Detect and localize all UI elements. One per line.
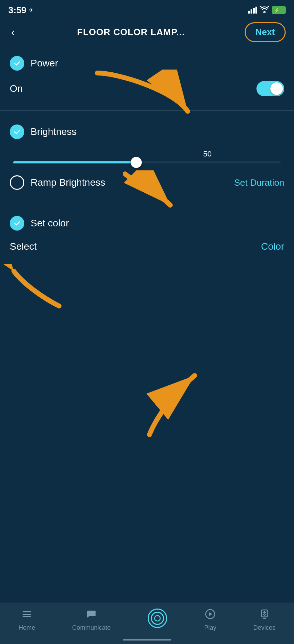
- header: ‹ FLOOR COLOR LAMP... Next: [0, 19, 294, 49]
- power-label: Power: [31, 58, 58, 69]
- ramp-brightness-label: Ramp Brightness: [31, 177, 228, 188]
- nav-item-play[interactable]: Play: [204, 609, 216, 631]
- nav-items: Home Communicate: [0, 609, 294, 631]
- play-label: Play: [204, 624, 216, 631]
- color-button[interactable]: Color: [261, 241, 284, 252]
- power-toggle-label: On: [10, 83, 23, 94]
- bottom-nav: Home Communicate: [0, 603, 294, 644]
- wifi-icon: [260, 6, 269, 15]
- svg-rect-5: [23, 614, 31, 615]
- toggle-knob: [270, 82, 283, 95]
- brightness-check-icon: [10, 124, 24, 139]
- divider-2: [0, 202, 294, 202]
- brightness-slider-container: 50: [10, 146, 284, 170]
- power-toggle-row: On: [10, 78, 284, 103]
- divider-1: [0, 110, 294, 111]
- slider-value: 50: [131, 150, 284, 159]
- ramp-brightness-row: Ramp Brightness Set Duration: [10, 170, 284, 195]
- alexa-icon: [148, 609, 167, 628]
- signal-icon: [248, 7, 257, 14]
- status-bar: 3:59 ✈ ⚡: [0, 0, 294, 19]
- brightness-section-header: Brightness: [10, 124, 284, 139]
- svg-rect-4: [23, 611, 31, 612]
- nav-item-communicate[interactable]: Communicate: [72, 609, 111, 631]
- location-icon: ✈: [28, 6, 34, 14]
- devices-label: Devices: [253, 624, 276, 631]
- slider-fill: [13, 161, 136, 163]
- communicate-label: Communicate: [72, 624, 111, 631]
- status-icons: ⚡: [248, 6, 286, 15]
- nav-item-alexa[interactable]: [148, 609, 167, 628]
- svg-point-7: [155, 615, 160, 621]
- power-toggle[interactable]: [256, 81, 284, 96]
- devices-icon: [259, 609, 270, 622]
- nav-item-devices[interactable]: Devices: [253, 609, 276, 631]
- home-indicator: [123, 639, 171, 641]
- power-check-icon: [10, 56, 24, 71]
- brightness-label: Brightness: [31, 126, 76, 137]
- play-icon: [205, 609, 216, 622]
- brightness-section: Brightness 50 Ramp Brightness Set Durati…: [0, 118, 294, 202]
- communicate-icon: [86, 609, 97, 622]
- color-select-row: Select Color: [10, 238, 284, 258]
- slider-thumb[interactable]: [131, 157, 142, 168]
- ramp-radio-button[interactable]: [10, 175, 24, 190]
- color-section: Set color Select Color: [0, 209, 294, 265]
- color-check-icon: [10, 216, 24, 231]
- next-button[interactable]: Next: [245, 22, 286, 42]
- arrow-to-color: [132, 365, 209, 442]
- color-label: Set color: [31, 218, 69, 229]
- battery-bolt: ⚡: [274, 7, 280, 13]
- power-section: Power On: [0, 49, 294, 110]
- back-button[interactable]: ‹: [8, 24, 18, 40]
- battery-icon: ⚡: [272, 6, 286, 14]
- svg-rect-6: [23, 616, 31, 617]
- power-section-header: Power: [10, 56, 284, 71]
- brightness-slider[interactable]: [13, 161, 281, 163]
- select-label: Select: [10, 241, 37, 252]
- nav-item-home[interactable]: Home: [18, 609, 35, 631]
- arrow-to-ramp: [3, 264, 66, 309]
- color-section-header: Set color: [10, 216, 284, 231]
- status-time: 3:59: [8, 5, 26, 16]
- set-duration-button[interactable]: Set Duration: [234, 177, 284, 188]
- alexa-ring: [151, 612, 164, 625]
- home-icon: [21, 609, 32, 622]
- page-title: FLOOR COLOR LAMP...: [18, 27, 245, 38]
- home-label: Home: [18, 624, 35, 631]
